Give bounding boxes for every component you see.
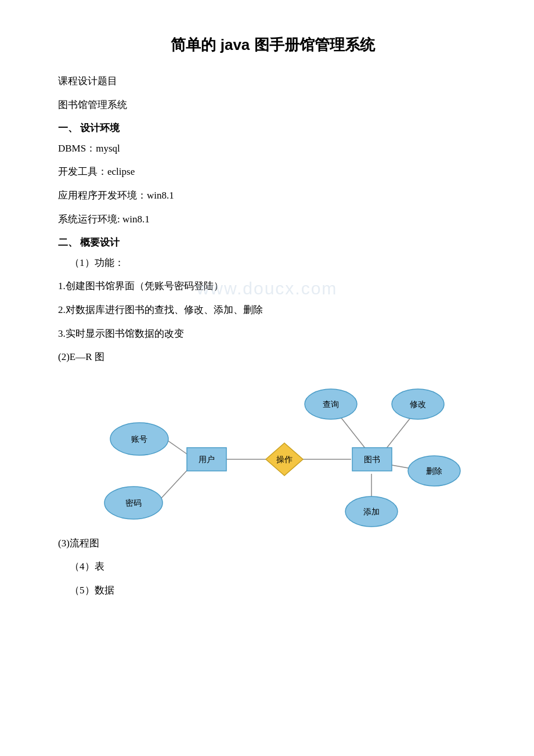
func2: 2.对数据库进行图书的查找、修改、添加、删除 — [58, 301, 488, 319]
subtitle-label: 课程设计题目 — [58, 73, 488, 91]
er-diagram: 账号 用户 操作 图书 查询 修改 删除 添加 密码 — [75, 378, 470, 529]
func-label: （1）功能： — [70, 254, 488, 272]
svg-line-0 — [165, 439, 189, 455]
svg-text:添加: 添加 — [363, 507, 380, 516]
svg-text:账号: 账号 — [131, 434, 147, 443]
appenv-info: 应用程序开发环境：win8.1 — [58, 187, 488, 205]
data-label: （5）数据 — [70, 582, 488, 600]
devtool-info: 开发工具：eclipse — [58, 163, 488, 181]
table-label: （4）表 — [70, 558, 488, 576]
svg-line-1 — [160, 468, 189, 500]
svg-text:用户: 用户 — [199, 455, 215, 463]
flowchart-label: (3)流程图 — [58, 535, 488, 553]
svg-text:图书: 图书 — [364, 455, 380, 463]
svg-text:修改: 修改 — [410, 399, 426, 408]
func1: 1.创建图书馆界面（凭账号密码登陆） — [58, 278, 488, 296]
svg-text:密码: 密码 — [125, 498, 142, 507]
page-title: 简单的 java 图手册馆管理系统 — [58, 35, 488, 55]
section2-heading: 二、 概要设计 — [58, 234, 488, 252]
section1-heading: 一、 设计环境 — [58, 120, 488, 138]
svg-text:查询: 查询 — [323, 399, 339, 408]
svg-line-4 — [340, 416, 366, 449]
sysenv-info: 系统运行环境: win8.1 — [58, 211, 488, 229]
er-label: (2)E—R 图 — [58, 348, 488, 366]
svg-text:删除: 删除 — [426, 466, 442, 475]
dbms-info: DBMS：mysql — [58, 140, 488, 158]
svg-text:操作: 操作 — [276, 455, 293, 463]
subtitle-value: 图书馆管理系统 — [58, 96, 488, 114]
func3: 3.实时显示图书馆数据的改变 — [58, 325, 488, 343]
svg-line-5 — [386, 416, 412, 449]
